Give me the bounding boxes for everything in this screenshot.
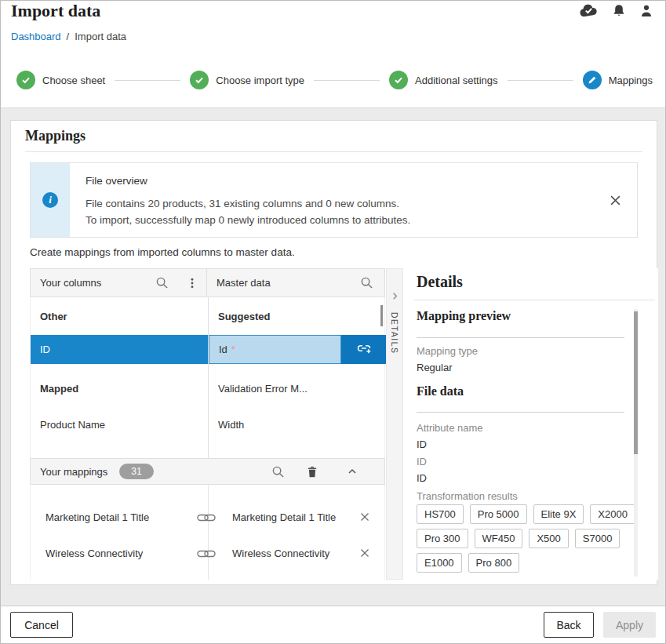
step-connector: [115, 80, 180, 81]
attribute-value: ID: [417, 456, 427, 468]
cancel-button[interactable]: Cancel: [10, 612, 73, 638]
link-toggle-icon[interactable]: [197, 548, 216, 559]
progress-stepper: Choose sheet Choose import type Addition…: [16, 70, 653, 90]
breadcrumb: Dashboard / Import data: [11, 31, 126, 42]
breadcrumb-current: Import data: [75, 31, 126, 42]
page-title: Import data: [11, 1, 100, 21]
step-label: Choose import type: [216, 75, 304, 86]
search-icon[interactable]: [271, 465, 285, 478]
infobox-title: File overview: [86, 175, 594, 187]
transformation-chip: Pro 5000: [470, 504, 527, 524]
required-marker: *: [231, 344, 235, 355]
group-header-mapped: Mapped: [40, 383, 78, 395]
mapping-preview-heading: Mapping preview: [417, 309, 511, 323]
master-row-validation-error[interactable]: Validation Error M...: [218, 383, 308, 395]
mapping-source: Wireless Connectivity: [45, 548, 143, 559]
mapping-target: Marketing Detail 1 Title: [232, 511, 336, 523]
chevron-right-icon[interactable]: [390, 291, 400, 301]
transformation-chip: Pro 800: [468, 553, 520, 573]
user-profile-icon[interactable]: [639, 4, 653, 18]
master-data-label: Master data: [217, 277, 271, 289]
breadcrumb-dashboard-link[interactable]: Dashboard: [11, 31, 61, 42]
step-label: Mappings: [609, 75, 653, 86]
mapping-grid: Your columns Master data O: [30, 268, 385, 580]
step-connector: [508, 80, 573, 81]
details-tab-label: DETAILS: [390, 312, 399, 354]
step-choose-sheet[interactable]: Choose sheet: [16, 71, 105, 89]
remove-mapping-icon[interactable]: [359, 548, 370, 558]
attribute-name-label: Attribute name: [417, 422, 483, 434]
add-link-icon: [356, 340, 372, 359]
step-mappings[interactable]: Mappings: [583, 71, 653, 89]
details-scrollbar-thumb[interactable]: [634, 311, 638, 454]
transformation-chip: WF450: [475, 529, 523, 548]
cloud-sync-icon[interactable]: [579, 4, 599, 18]
transformation-chip-row: E1000 Pro 800: [417, 553, 519, 573]
details-title-divider: [414, 300, 655, 300]
mappings-card: Mappings i File overview File contains 2…: [10, 120, 657, 585]
infobox-accent-strip: i: [31, 163, 70, 237]
details-title: Details: [417, 273, 463, 291]
transformation-chip: Pro 300: [417, 529, 468, 548]
step-label: Additional settings: [415, 75, 498, 86]
infobox-line2: To import, successfully map 0 newly intr…: [86, 212, 594, 228]
heading-divider: [25, 151, 642, 152]
group-header-other: Other: [40, 311, 67, 322]
your-columns-header-cell: Your columns: [31, 269, 207, 297]
section-divider: [417, 412, 624, 413]
attribute-value: ID: [417, 438, 427, 450]
transformation-chip: X500: [529, 529, 568, 548]
infobox-close-icon[interactable]: [610, 195, 621, 206]
step-label: Choose sheet: [42, 75, 105, 86]
kebab-menu-icon[interactable]: [186, 277, 198, 289]
transformation-chip: S7000: [575, 529, 621, 548]
details-panel: Details Mapping preview Mapping type Reg…: [403, 268, 658, 580]
remove-mapping-icon[interactable]: [359, 511, 370, 522]
mapping-row: Marketing Detail 1 Title Marketing Detai…: [31, 504, 384, 532]
mappings-count-badge: 31: [119, 464, 153, 479]
column-divider: [208, 297, 209, 458]
delete-mappings-icon[interactable]: [306, 465, 318, 478]
breadcrumb-separator: /: [67, 31, 70, 42]
apply-button[interactable]: Apply: [603, 612, 656, 638]
back-button[interactable]: Back: [544, 612, 594, 638]
transformation-chip: HS700: [417, 504, 464, 524]
step-complete-check-icon: [16, 71, 35, 89]
file-data-heading: File data: [417, 384, 464, 398]
column-row-id-selected[interactable]: ID: [31, 335, 208, 364]
mappings-heading: Mappings: [25, 128, 86, 144]
column-row-product-name[interactable]: Product Name: [40, 419, 105, 431]
file-overview-infobox: i File overview File contains 20 product…: [30, 162, 638, 238]
details-collapse-tab[interactable]: DETAILS: [386, 268, 403, 580]
suggested-attribute[interactable]: Id *: [209, 335, 341, 364]
your-columns-label: Your columns: [40, 277, 101, 289]
infobox-line1: File contains 20 products, 31 existing c…: [86, 195, 594, 212]
step-connector: [314, 80, 380, 81]
section-divider: [417, 337, 624, 338]
info-icon: i: [42, 192, 58, 208]
step-additional-settings[interactable]: Additional settings: [389, 71, 498, 89]
create-mapping-button[interactable]: [341, 335, 386, 364]
your-mappings-list: Marketing Detail 1 Title Marketing Detai…: [30, 485, 385, 580]
your-mappings-bar[interactable]: Your mappings 31: [30, 458, 385, 485]
master-row-width[interactable]: Width: [218, 419, 244, 431]
infobox-content: File overview File contains 20 products,…: [70, 163, 610, 237]
transformation-results-label: Transformation results: [417, 490, 518, 502]
link-toggle-icon[interactable]: [197, 512, 216, 523]
transformation-chip: E1000: [417, 553, 462, 573]
master-row-id-suggested[interactable]: Id *: [209, 335, 386, 364]
mapping-grid-header: Your columns Master data: [30, 268, 385, 297]
collapse-chevron-up-icon[interactable]: [347, 466, 358, 477]
step-current-pencil-icon: [583, 71, 602, 89]
transformation-chip: X2000: [590, 504, 635, 524]
search-icon[interactable]: [360, 276, 373, 289]
import-data-window: Import data Dashboard / Import data Choo…: [0, 0, 666, 644]
master-data-scrollbar[interactable]: [380, 305, 383, 326]
step-choose-import-type[interactable]: Choose import type: [190, 71, 304, 89]
transformation-chip-row: HS700 Pro 5000 Elite 9X X2000: [417, 504, 635, 524]
transformation-chip-row: Pro 300 WF450 X500 S7000: [417, 529, 620, 548]
search-icon[interactable]: [155, 276, 169, 289]
your-mappings-label: Your mappings: [40, 466, 107, 478]
group-header-suggested: Suggested: [218, 311, 270, 322]
notifications-bell-icon[interactable]: [612, 4, 626, 18]
